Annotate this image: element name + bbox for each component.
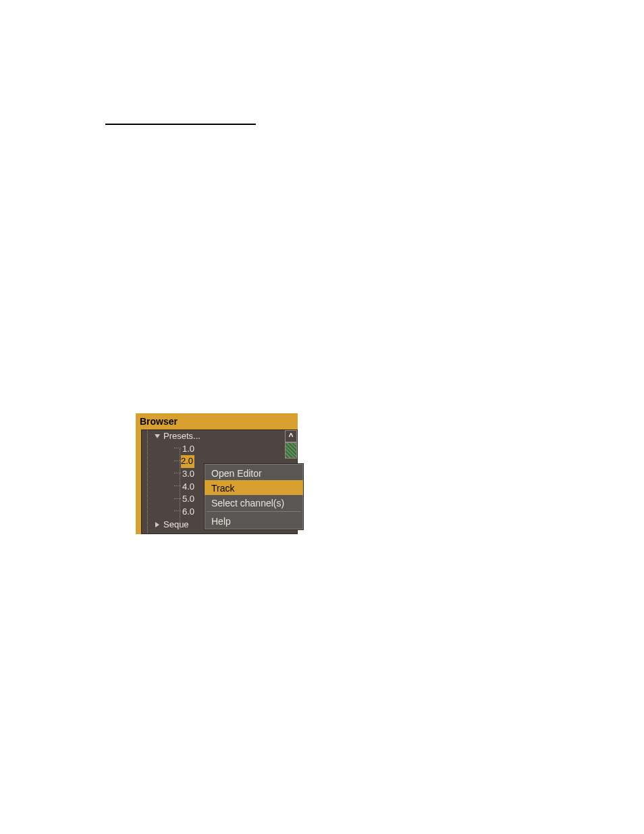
menu-item-track[interactable]: Track [205,480,303,495]
scroll-up-button[interactable]: ^ [285,430,297,442]
svg-marker-0 [155,434,160,438]
context-menu[interactable]: Open Editor Track Select channel(s) Help [204,463,304,530]
tree-connector [174,448,181,448]
browser-panel-title: Browser [136,413,298,429]
tree-item-label: 5.0 [181,493,194,506]
horizontal-rule [105,124,256,125]
svg-marker-1 [155,522,159,527]
tree-connector [174,473,181,473]
menu-item-select-channels[interactable]: Select channel(s) [205,495,303,510]
triangle-right-icon[interactable] [154,521,161,528]
scrollbar-thumb[interactable] [285,442,297,459]
triangle-down-icon[interactable] [154,433,161,440]
tree-item-label: 1.0 [181,443,194,456]
browser-title-text: Browser [140,416,178,427]
tree-connector [174,498,181,499]
tree-item-label: 6.0 [181,506,194,519]
tree-connector [174,511,181,511]
menu-separator [207,511,301,512]
tree-connector [174,461,181,461]
tree-item-label: Seque [162,519,189,531]
menu-item-label: Help [211,516,231,527]
menu-item-help[interactable]: Help [205,513,303,528]
tree-item[interactable]: 1.0 [142,443,285,456]
menu-item-label: Open Editor [211,468,262,479]
tree-item-label: 4.0 [181,481,194,494]
menu-item-open-editor[interactable]: Open Editor [205,465,303,480]
tree-item-label: 2.0 [181,455,194,468]
tree-item-presets[interactable]: Presets... [142,430,285,443]
tree-connector [174,486,181,486]
menu-item-label: Track [211,483,234,494]
tree-item-label: 3.0 [181,468,194,481]
page: Browser Presets... [0,0,644,834]
caret-up-icon: ^ [288,432,293,440]
tree-item-label: Presets... [162,430,200,443]
menu-item-label: Select channel(s) [211,498,284,509]
